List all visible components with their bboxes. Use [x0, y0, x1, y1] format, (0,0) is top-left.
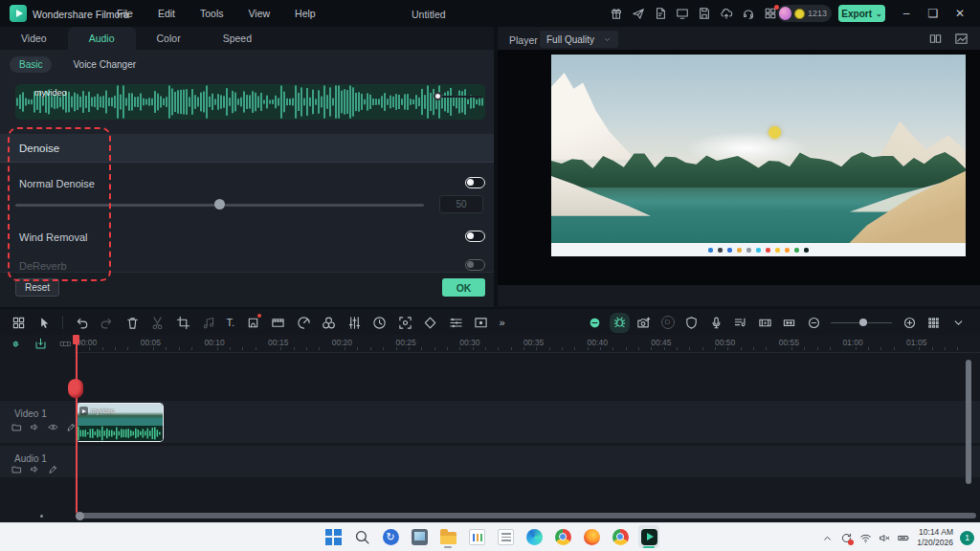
battery-icon[interactable] — [898, 532, 910, 544]
chevron-up-icon[interactable] — [821, 532, 834, 544]
minimize-icon[interactable]: – — [900, 7, 913, 20]
taskbar-sync-icon[interactable]: ↻ — [380, 525, 401, 548]
mute-icon[interactable] — [879, 532, 891, 544]
audio-beat-icon[interactable] — [201, 316, 215, 330]
film-settings-icon[interactable] — [758, 316, 772, 330]
gift-icon[interactable] — [610, 7, 623, 20]
menu-tools[interactable]: Tools — [196, 6, 228, 21]
scrollbar-handle[interactable] — [76, 512, 84, 520]
fit-timeline-icon[interactable] — [782, 316, 796, 330]
screen-record-icon[interactable] — [474, 316, 488, 330]
eye-icon[interactable] — [48, 422, 58, 432]
taskbar-folder-icon[interactable] — [437, 525, 458, 548]
support-icon[interactable] — [742, 7, 755, 20]
tab-audio[interactable]: Audio — [68, 27, 136, 50]
subtab-basic[interactable]: Basic — [10, 56, 52, 73]
account-pill[interactable]: 1213 — [777, 5, 832, 22]
dereverb-toggle[interactable] — [465, 259, 485, 271]
motion-track-icon[interactable] — [398, 316, 412, 330]
timeline-clip[interactable]: myvideo — [76, 403, 164, 442]
folder-icon[interactable] — [11, 464, 22, 474]
split-icon[interactable] — [150, 316, 165, 330]
send-icon[interactable] — [632, 7, 645, 20]
crop-icon[interactable] — [176, 316, 190, 330]
speed-icon[interactable] — [297, 316, 311, 330]
tab-speed[interactable]: Speed — [202, 27, 273, 50]
license-icon[interactable] — [654, 7, 667, 20]
horizontal-scrollbar[interactable] — [76, 513, 976, 518]
scopes-icon[interactable] — [954, 32, 969, 46]
media-icon[interactable] — [11, 316, 26, 330]
taskbar-display-icon[interactable] — [409, 525, 430, 548]
adjust-icon[interactable] — [347, 316, 362, 330]
cursor-icon[interactable] — [37, 316, 52, 330]
menu-edit[interactable]: Edit — [154, 6, 179, 21]
tab-video[interactable]: Video — [0, 27, 68, 50]
notification-badge[interactable]: 1 — [960, 531, 974, 545]
clip-volume-knob[interactable] — [434, 92, 442, 100]
audio-clip-preview[interactable]: myvideo — [15, 84, 485, 120]
subtab-voice-changer[interactable]: Voice Changer — [63, 56, 145, 73]
render-clock-icon[interactable] — [372, 316, 387, 330]
track-manager-icon[interactable] — [926, 316, 941, 330]
ai-silence-icon[interactable] — [588, 316, 602, 330]
taskbar-chrome-2-icon[interactable] — [610, 525, 631, 548]
avatar[interactable] — [779, 7, 791, 20]
denoise-slider-value[interactable]: 50 — [439, 195, 483, 213]
clock[interactable]: 10:14 AM 1/20/2026 — [917, 527, 953, 548]
caret-down-icon[interactable] — [951, 316, 966, 330]
menu-help[interactable]: Help — [291, 6, 320, 21]
keyframe-icon[interactable] — [423, 316, 437, 330]
cloud-upload-icon[interactable] — [720, 7, 733, 20]
mic-icon[interactable] — [709, 316, 724, 330]
camera-plus-icon[interactable] — [636, 316, 651, 330]
menu-view[interactable]: View — [245, 6, 275, 21]
wind-removal-toggle[interactable] — [465, 231, 485, 242]
folder-icon[interactable] — [11, 422, 22, 432]
text-icon[interactable]: T. — [227, 316, 235, 330]
tab-color[interactable]: Color — [136, 27, 202, 50]
taskbar-firefox-icon[interactable] — [581, 525, 602, 548]
apps-grid-icon[interactable] — [764, 7, 777, 20]
d-circle-icon[interactable]: D — [661, 316, 675, 329]
restore-icon[interactable]: ❏ — [926, 7, 940, 20]
taskbar-chrome-icon[interactable] — [552, 525, 573, 548]
playhead-handle[interactable] — [73, 335, 79, 344]
lock-icon[interactable] — [48, 464, 58, 474]
ok-button[interactable]: OK — [442, 278, 485, 297]
shield-icon[interactable] — [684, 316, 699, 330]
vertical-scrollbar[interactable] — [966, 360, 971, 484]
denoise-slider-knob[interactable] — [214, 199, 225, 209]
taskbar-search-icon[interactable] — [351, 525, 372, 548]
taskbar-filmora-icon[interactable] — [638, 525, 659, 548]
playhead-line[interactable] — [76, 335, 78, 513]
render-preview-icon[interactable] — [59, 338, 72, 350]
audio-list-icon[interactable] — [733, 316, 747, 330]
split-view-icon[interactable] — [928, 32, 943, 46]
zoom-in-icon[interactable] — [902, 316, 917, 330]
link-icon[interactable] — [10, 338, 22, 350]
undo-icon[interactable] — [75, 316, 89, 330]
export-button[interactable]: Export ⌄ — [838, 5, 885, 22]
denoise-icon[interactable] — [612, 316, 627, 330]
time-ruler[interactable]: 00:0000:0500:1000:1500:2000:2500:3000:35… — [75, 335, 980, 353]
taskbar-report-icon[interactable] — [466, 525, 487, 548]
reset-button[interactable]: Reset — [15, 278, 59, 297]
redo-icon[interactable] — [100, 316, 114, 330]
quality-dropdown[interactable]: Full Quality — [540, 31, 618, 48]
speaker-icon[interactable] — [30, 464, 40, 474]
effects-clip-icon[interactable] — [271, 316, 285, 330]
taskbar-start-icon[interactable] — [323, 525, 344, 548]
taskbar-notes-icon[interactable] — [495, 525, 516, 548]
zoom-slider[interactable] — [831, 316, 892, 330]
speaker-icon[interactable] — [30, 422, 40, 432]
video-preview[interactable] — [551, 55, 966, 256]
color-wheel-icon[interactable] — [322, 316, 336, 330]
close-icon[interactable]: ✕ — [953, 7, 967, 20]
delete-icon[interactable] — [125, 316, 140, 330]
insert-icon[interactable] — [34, 338, 47, 350]
normal-denoise-toggle[interactable] — [465, 177, 485, 188]
taskbar-edge-icon[interactable] — [523, 525, 545, 548]
save-icon[interactable] — [698, 7, 711, 20]
sync-alert-icon[interactable] — [840, 532, 853, 544]
